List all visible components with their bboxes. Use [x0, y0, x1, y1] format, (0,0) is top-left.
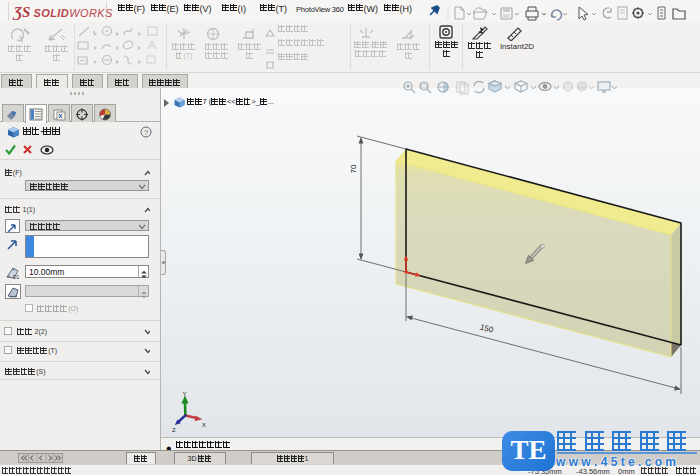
svg-text:70: 70 — [349, 164, 358, 173]
svg-text:Z: Z — [172, 427, 176, 433]
svg-text:D1: D1 — [13, 274, 20, 280]
svg-text:X: X — [202, 422, 206, 428]
svg-text:Y: Y — [183, 391, 187, 397]
svg-text:?: ? — [144, 128, 149, 137]
svg-text:150: 150 — [479, 323, 495, 335]
